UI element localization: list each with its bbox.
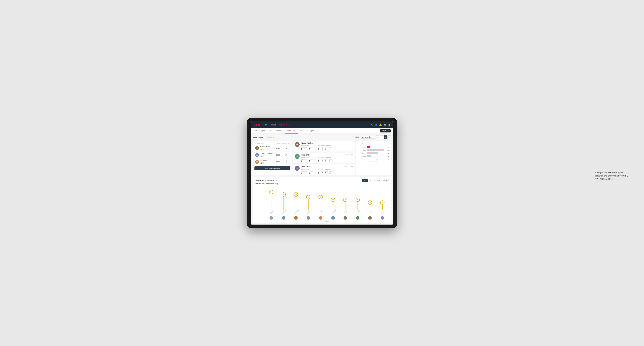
subnav-pgat[interactable]: PGAT Players [254, 128, 267, 134]
player-card-avatar: JC [295, 166, 300, 171]
settings-icon[interactable]: ⚙️ [384, 124, 386, 126]
avatar: RB [255, 146, 259, 150]
subnav-tour[interactable]: Tour [298, 128, 305, 134]
avatar: R. [368, 216, 372, 220]
leaderboard-panel: PLAYER NAME PB SCORE PB AVG SQ RB Richar… [253, 141, 292, 175]
bar-value: 311 [387, 153, 390, 154]
bar-fill [367, 146, 370, 148]
list-view-button[interactable]: ☰ [380, 135, 383, 139]
streaks-subtitle: Off The Tee, Fairway Accuracy [256, 183, 388, 184]
bar-fill [367, 152, 378, 154]
view-leaderboard-button[interactable]: View Full Leaderboard [254, 166, 290, 170]
main-content: Team Clippd | 14 Players ✏️ Show Last 3 … [250, 134, 394, 224]
grid-view-button[interactable]: ⊞ [376, 135, 380, 139]
streaks-section: Best Round Streaks ← OTT APP ARG PUTT Of… [253, 177, 391, 223]
subnav-all-players[interactable]: All Players [305, 128, 316, 134]
table-row[interactable]: CA Cameron... 🥉 3 17/20 103 [254, 159, 290, 165]
annotation-text: Here you can see streaks your players ha… [595, 171, 630, 181]
show-timeframe-select[interactable]: Last 3 months Last 6 months Last 12 mont… [360, 136, 375, 139]
show-controls: Show Last 3 months Last 6 months Last 12… [355, 135, 391, 139]
practice-activities-section: Total Practice Activities OTT0 APP0 ARG0… [318, 157, 332, 162]
bar-chart-panel: Eagles 3 Birdies 96 Pars 499 Bogeys 311 … [356, 141, 391, 175]
player-info: Richard Butler 🏅 1 [260, 146, 274, 151]
bar-track [367, 152, 386, 154]
top-navigation: clippd Home Teams My Performance 🔍 👤 🔔 ⚙… [250, 121, 394, 128]
bar-value: 131 [387, 156, 390, 157]
bar-chart: Eagles 3 Birdies 96 Pars 499 Bogeys 311 … [357, 143, 390, 158]
pb-score: 19/20 [274, 147, 282, 149]
player-avatar-wrapper: D. [339, 216, 352, 220]
avatar: D. [294, 216, 298, 220]
team-player-count: | 14 Players [264, 137, 272, 138]
team-info: Team Clippd | 14 Players ✏️ [253, 137, 275, 139]
streak-badge: 4x [356, 198, 360, 202]
bell-icon[interactable]: 🔔 [379, 124, 382, 126]
streak-badge: 6x [282, 192, 286, 197]
y-axis-label: Best Streak, Fairway Accuracy [250, 200, 256, 216]
x-axis-names: E. EbertB. McHargD. BillinghamJ. ColesR.… [265, 211, 388, 213]
view-toggle-buttons: ⊞ ☰ ▦ ⊟ [376, 135, 391, 139]
avatar: R. [319, 216, 322, 220]
bar-row: Bogeys 311 [357, 152, 390, 154]
streak-badge: 5x [306, 195, 310, 199]
streak-badge: 5x [318, 195, 323, 199]
bar-track [367, 146, 387, 148]
avatar-icon[interactable]: 👨 [388, 124, 390, 126]
bar-label: D. Bogeys + [357, 156, 366, 157]
player-card-avatar: RB [295, 154, 300, 159]
streak-badge: 4x [343, 198, 348, 202]
filter-arg-button[interactable]: ARG [375, 179, 381, 182]
nav-home[interactable]: Home [264, 124, 268, 126]
subnav-pga[interactable]: PGA [267, 128, 274, 134]
bar-column: 3x [376, 186, 389, 210]
player-cards-panel: RB Richard Butler Total Rounds [293, 141, 354, 175]
player-avatar-wrapper: M. [352, 216, 364, 220]
player-info: Cameron... 🥉 3 [260, 159, 274, 164]
nav-teams[interactable]: Teams [271, 124, 276, 126]
player-card-info: Richard Butler Total Rounds Tournament 7 [301, 142, 353, 150]
player-card-info: Josh Coles 26 Aug 2023 Total Rounds Tour… [301, 166, 353, 174]
streaks-title: Best Round Streaks [256, 179, 274, 181]
streak-badge: 3x [368, 200, 372, 205]
subnav-hcaps[interactable]: Hcaps 1-5 [274, 128, 285, 134]
card-view-button[interactable]: ▦ [384, 135, 387, 139]
player-card-date: 02 Sep 2023 [345, 154, 353, 156]
player-badge: 🥉 3 [260, 162, 264, 164]
total-rounds-section: Total Rounds Tournament 8 Practice [301, 157, 313, 162]
avatar: C. [380, 216, 384, 220]
filter-app-button[interactable]: APP [368, 179, 374, 182]
bar-column: 5x [314, 186, 327, 210]
avatar: D. [344, 216, 347, 220]
filter-putt-button[interactable]: PUTT [382, 179, 388, 182]
bar-track [367, 155, 386, 158]
avatar: EC [255, 153, 259, 157]
nav-my-performance[interactable]: My Performance [278, 124, 291, 126]
avatar: J. [306, 216, 310, 220]
table-row[interactable]: RB Richard Butler 🏅 1 19/20 110 [254, 145, 290, 152]
edit-team-icon[interactable]: ✏️ [273, 137, 275, 138]
filter-view-button[interactable]: ⊟ [388, 135, 391, 139]
bar-track [367, 143, 388, 145]
bar-label: Bogeys [357, 153, 366, 154]
player-avatar-wrapper: E. [327, 216, 339, 220]
total-rounds-section: Total Rounds Tournament7 Practice2 [301, 169, 313, 174]
bar-value: 499 [387, 149, 390, 151]
chart-bars: 7x6x6x5x5x4x4x4x3x3x [265, 186, 388, 210]
streaks-chart: Best Streak, Fairway Accuracy 7x6x6x5x5x… [256, 186, 388, 221]
subnav-team-clippd[interactable]: Team Clippd [286, 128, 298, 134]
bar-label: Pars [357, 149, 366, 151]
table-row[interactable]: EC Edward Crossman 🥈 2 18/20 107 [254, 152, 290, 159]
avatar: M. [356, 216, 360, 220]
user-icon[interactable]: 👤 [375, 124, 378, 126]
add-team-button[interactable]: Add Team [380, 129, 390, 133]
bar-fill [367, 143, 367, 145]
player-name: Richard Butler [260, 146, 274, 148]
streak-badge: 7x [269, 190, 273, 194]
player-avatar-wrapper: J. [302, 216, 315, 220]
pb-avg: 103 [282, 161, 290, 163]
search-icon[interactable]: 🔍 [370, 124, 373, 126]
bar-track [367, 149, 386, 151]
avatar: E. [270, 216, 273, 220]
filter-ott-button[interactable]: OTT [362, 179, 368, 182]
chart-x-title: Total Shots [357, 160, 390, 162]
